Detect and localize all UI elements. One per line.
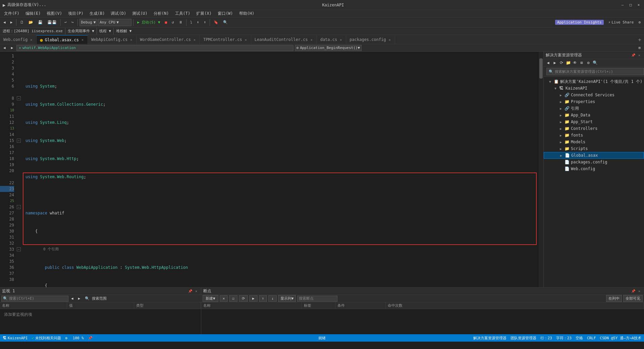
status-right-links[interactable]: CSDN @5Y 通—方→A技术 — [600, 336, 641, 341]
toolbar-undo-btn[interactable]: ↩ — [62, 19, 69, 26]
toolbar-open-btn[interactable]: 📂 — [26, 19, 35, 26]
se-view-btn[interactable]: ⊞ — [579, 60, 585, 66]
stop-btn[interactable]: ■ — [163, 19, 169, 26]
nav-back[interactable]: ◀ — [1, 44, 8, 52]
bp-down-btn[interactable]: ↓ — [268, 295, 277, 302]
ci-26[interactable]: − — [17, 204, 23, 210]
se-settings-btn[interactable]: ⚙ — [585, 60, 591, 66]
bp-new-btn[interactable]: 新建▼ — [203, 295, 218, 302]
tab-global-asax[interactable]: ● Global.asax.cs ✕ — [37, 35, 88, 44]
thread-dropdown[interactable]: 线程 ▼ — [99, 29, 111, 34]
bp-close-btn[interactable]: ✕ — [637, 289, 642, 294]
se-app-data[interactable]: ▶ 📁 App_Data — [544, 112, 644, 118]
locals-pin-btn[interactable]: 📌 — [187, 289, 193, 294]
bp-check-btn[interactable]: ☑ — [229, 295, 237, 302]
se-global-asax[interactable]: ▶ 📄 Global.asax — [544, 152, 644, 159]
maximize-button[interactable]: □ — [628, 2, 633, 8]
menu-view[interactable]: 视图(V) — [44, 10, 65, 17]
toolbar-redo-btn[interactable]: ↪ — [69, 19, 76, 26]
toolbar-back-btn[interactable]: ◀ — [1, 19, 8, 26]
nav-split-btn[interactable]: ⊞ — [636, 44, 643, 52]
ci-33[interactable]: − — [17, 246, 23, 252]
editor-scrollbar[interactable] — [539, 52, 543, 287]
status-project[interactable]: 🏗 KaizenAPI — [3, 336, 28, 340]
bp-all-visible-dropdown[interactable]: 全部可见 — [623, 295, 643, 302]
restart-btn[interactable]: ↺ — [170, 19, 176, 26]
tab-webapi-config[interactable]: WebApiConfig.cs ✕ — [88, 35, 137, 44]
menu-edit[interactable]: 编辑(E) — [23, 10, 44, 17]
bp-search-box[interactable]: 搜索断点 — [297, 296, 337, 302]
platform-dropdown[interactable]: Any CPU ▼ — [98, 19, 131, 26]
tab-webapi-config-close[interactable]: ✕ — [129, 38, 133, 42]
locals-forward-btn[interactable]: ▶ — [76, 295, 83, 302]
step-out-btn[interactable]: ⬆ — [202, 19, 208, 26]
ci-15[interactable]: − — [17, 138, 23, 144]
menu-debug[interactable]: 调试(D) — [108, 10, 129, 17]
tab-wordgame[interactable]: WordGameController.cs ✕ — [137, 35, 200, 44]
locals-close-btn[interactable]: ✕ — [194, 289, 199, 294]
find-btn[interactable]: 🔍 — [221, 19, 230, 26]
bp-pin-btn[interactable]: 📌 — [631, 289, 636, 294]
toolbar-save-btn[interactable]: 💾 — [36, 19, 45, 26]
toolbar-settings-btn[interactable]: ⚙ — [636, 19, 643, 26]
status-team-explorer-link[interactable]: 团队资源管理器 — [511, 336, 536, 341]
ci-8[interactable]: − — [17, 95, 23, 101]
live-share-btn[interactable]: ⚡ Live Share — [606, 19, 636, 26]
step-into-btn[interactable]: ⬇ — [195, 19, 201, 26]
code-area[interactable]: using System; using System.Collections.G… — [23, 52, 543, 287]
menu-analyze[interactable]: 分析(N) — [151, 10, 172, 17]
se-show-all-btn[interactable]: 👁 — [572, 60, 578, 66]
se-sync-btn[interactable]: ⟳ — [558, 60, 565, 66]
menu-file[interactable]: 文件(F) — [1, 10, 22, 17]
start-btn[interactable]: ▶ 启动(S) ▼ — [135, 19, 162, 26]
tab-wordgame-close[interactable]: ✕ — [193, 38, 196, 42]
tab-global-asax-close[interactable]: ✕ — [81, 38, 84, 42]
editor-scrollbar-thumb[interactable] — [539, 58, 543, 79]
se-packages[interactable]: 📄 packages.config — [544, 159, 644, 165]
close-panel-button[interactable]: ✕ — [637, 53, 642, 58]
debug-config-dropdown[interactable]: Debug ▼ — [79, 19, 98, 26]
bp-refresh-btn[interactable]: ⟳ — [239, 295, 248, 302]
se-references[interactable]: ▶ 🔗 引用 — [544, 105, 644, 112]
menu-extensions[interactable]: 扩展(X) — [194, 10, 214, 17]
tab-tpm-close[interactable]: ✕ — [244, 38, 248, 42]
se-fonts[interactable]: ▶ 📁 fonts — [544, 132, 644, 139]
close-button[interactable]: ✕ — [636, 2, 641, 8]
bp-column-in-dropdown[interactable]: 在列中 — [606, 295, 622, 302]
collapse-method1[interactable]: − — [17, 139, 21, 143]
se-back-btn[interactable]: ◀ — [545, 60, 551, 66]
menu-project[interactable]: 项目(P) — [65, 10, 86, 17]
tab-packages-close[interactable]: ✕ — [388, 38, 391, 42]
event-dropdown[interactable]: 生命周期事件 ▼ — [68, 29, 94, 34]
se-properties[interactable]: ▶ 📁 Properties — [544, 98, 644, 105]
locals-search-next-btn[interactable]: 🔍 搜索范围 — [83, 295, 109, 302]
collapse-namespace[interactable]: − — [17, 96, 21, 100]
se-web-config[interactable]: 📄 Web.config — [544, 165, 644, 172]
menu-tools[interactable]: 工具(T) — [172, 10, 193, 17]
status-no-issues[interactable]: ✓ 未找到相关问题 — [32, 336, 61, 341]
bp-export-btn[interactable]: ▶ — [249, 295, 258, 302]
nav-project-path[interactable]: ✦ whatif.WebApiApplication — [16, 45, 293, 51]
se-models[interactable]: ▶ 📁 Models — [544, 139, 644, 145]
tab-leanaudit[interactable]: LeanAuditController.cs ✕ — [251, 35, 317, 44]
tab-web-config-close[interactable]: ✕ — [30, 38, 33, 42]
stack-dropdown[interactable]: 堆栈帧 ▼ — [116, 29, 131, 34]
application-insights-btn[interactable]: Application Insights — [553, 19, 605, 26]
toolbar-save-all-btn[interactable]: 💾💾 — [45, 19, 59, 26]
nav-method-dropdown[interactable]: ⚙ Application_BeginRequest() ▼ — [295, 45, 362, 51]
minimize-button[interactable]: — — [620, 2, 625, 8]
locals-back-btn[interactable]: ◀ — [69, 295, 75, 302]
menu-help[interactable]: 帮助(H) — [236, 10, 257, 17]
se-controllers[interactable]: ▶ 📁 Controllers — [544, 125, 644, 132]
collapse-method2[interactable]: − — [17, 205, 21, 209]
menu-window[interactable]: 窗口(W) — [215, 10, 236, 17]
se-new-folder-btn[interactable]: 📁 — [565, 60, 571, 66]
tab-web-config[interactable]: Web.config ✕ — [0, 35, 37, 44]
status-zoom[interactable]: 100 % — [73, 336, 84, 340]
tab-tpm[interactable]: TPMController.cs ✕ — [200, 35, 251, 44]
toolbar-forward-btn[interactable]: ▶ — [8, 19, 15, 26]
pause-btn[interactable]: ⏸ — [177, 19, 184, 26]
se-root-item[interactable]: ▼ 📋 解决方案'KaizenAPI'(1 个项目/共 1 个) — [544, 78, 644, 85]
se-connected-services[interactable]: ▶ 🔗 Connected Services — [544, 92, 644, 98]
tab-packages[interactable]: packages.config ✕ — [346, 35, 395, 44]
